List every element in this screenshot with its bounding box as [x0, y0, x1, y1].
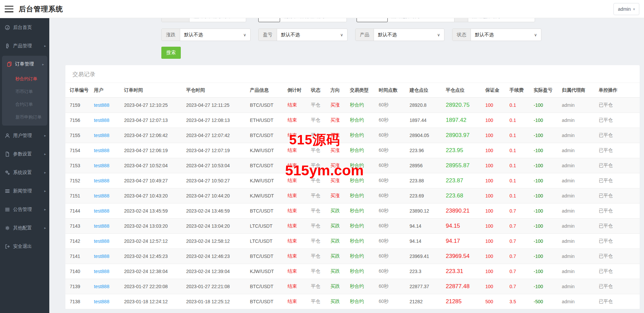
filter-row-3: 搜索 [161, 47, 640, 59]
sidebar-item-orders[interactable]: 订单管理▸ [2, 56, 47, 73]
product-label: 产品 [356, 29, 374, 41]
profit-select[interactable]: 默认不选 ∨ [277, 29, 347, 41]
sidebar-item-label: 后台首页 [13, 25, 46, 31]
profit-filter: 盈亏 默认不选 ∨ [258, 29, 347, 41]
select-caret-icon: ∨ [340, 33, 343, 37]
cell-user: test888 [91, 113, 121, 128]
user-link[interactable]: test888 [94, 193, 109, 198]
cell-countdown: 结束 [284, 279, 308, 294]
chevron-right-icon: ▸ [44, 44, 46, 48]
sidebar-item-notice[interactable]: 公告管理▸ [0, 200, 49, 219]
cell-agent: admin [558, 158, 595, 173]
cell-period: 60秒 [375, 188, 406, 204]
sidebar-subitem-秒合约订单[interactable]: 秒合约订单 [2, 73, 47, 85]
sidebar-item-products[interactable]: 产品管理▸ [0, 37, 49, 55]
cell-trade_type: 秒合约 [346, 264, 375, 279]
cell-open_time: 2023-04-27 10:49:27 [121, 173, 183, 188]
cell-product: KJW/USDT [247, 264, 284, 279]
cell-product: KJW/USDT [247, 143, 284, 158]
cell-fee: 0.1 [506, 143, 530, 158]
user-link[interactable]: test888 [94, 208, 109, 214]
sidebar-item-label: 订单管理 [15, 61, 41, 67]
profit-label: 盈亏 [259, 29, 277, 41]
sidebar-item-system[interactable]: 系统设置▸ [0, 163, 49, 182]
cell-close_price: 28920.75 [442, 98, 482, 113]
cell-product: ETH/USDT [247, 113, 284, 128]
cell-margin: 100 [482, 98, 506, 113]
cell-close_time: 2023-04-27 12:07:42 [183, 128, 247, 143]
search-button[interactable]: 搜索 [161, 47, 181, 59]
cell-status: 平仓 [308, 234, 327, 249]
user-link[interactable]: test888 [94, 178, 109, 183]
user-link[interactable]: test888 [94, 284, 109, 289]
sidebar-submenu-orders: 订单管理▸秒合约订单币币订单合约订单新币申购订单 [2, 56, 47, 126]
user-link[interactable]: test888 [94, 223, 109, 229]
user-link[interactable]: test888 [94, 254, 109, 259]
bitcoin-icon [4, 43, 10, 49]
sidebar-item-users[interactable]: 用户管理▸ [0, 126, 49, 145]
cell-user: test888 [91, 279, 121, 294]
cell-open_time: 2023-04-27 12:06:42 [121, 128, 183, 143]
cell-user: test888 [91, 219, 121, 234]
cell-control: 已平仓 [595, 158, 640, 173]
cell-profit: -500 [530, 294, 558, 309]
cell-user: test888 [91, 173, 121, 188]
sidebar-item-news[interactable]: 新闻管理▸ [0, 182, 49, 200]
cell-countdown: 结束 [284, 234, 308, 249]
cell-margin: 100 [482, 128, 506, 143]
cell-profit: -100 [530, 173, 558, 188]
user-link[interactable]: test888 [94, 148, 109, 153]
cell-countdown: 结束 [284, 219, 308, 234]
cell-open_price: 223.69 [406, 188, 442, 204]
cell-control: 已平仓 [595, 234, 640, 249]
app-title: 后台管理系统 [19, 4, 63, 14]
cell-status: 平仓 [308, 264, 327, 279]
cell-close_price: 1897.42 [442, 113, 482, 128]
cell-order_id: 7143 [65, 219, 91, 234]
cell-order_id: 7138 [65, 294, 91, 309]
status-select[interactable]: 默认不选 ∨ [471, 29, 541, 41]
cell-period: 60秒 [375, 128, 406, 143]
sidebar-item-home[interactable]: 后台首页 [0, 18, 49, 37]
table-row: 7144test8882023-02-24 13:45:592023-02-24… [65, 204, 640, 219]
cell-trade_type: 秒合约 [346, 128, 375, 143]
col-header-product: 产品信息 [247, 83, 284, 98]
cell-fee: 0.7 [506, 279, 530, 294]
sidebar-item-params[interactable]: 参数设置▸ [0, 145, 49, 163]
user-link[interactable]: test888 [94, 299, 109, 304]
sidebar-subitem-币币订单[interactable]: 币币订单 [2, 85, 47, 98]
menu-toggle-icon[interactable] [5, 6, 13, 12]
user-link[interactable]: test888 [94, 238, 109, 244]
user-link[interactable]: test888 [94, 269, 109, 274]
rise-fall-select[interactable]: 默认不选 ∨ [180, 29, 250, 41]
sidebar-item-label: 参数设置 [13, 151, 43, 157]
cell-close_price: 223.87 [442, 173, 482, 188]
user-link[interactable]: test888 [94, 163, 109, 168]
cell-close_price: 23890.21 [442, 204, 482, 219]
cell-period: 60秒 [375, 158, 406, 173]
cell-direction: 买涨 [327, 128, 346, 143]
trade-records-table: 订单编号用户订单时间平仓时间产品信息倒计时状态方向交易类型时间点数建仓点位平仓点… [65, 83, 640, 309]
product-select[interactable]: 默认不选 ∨ [374, 29, 444, 41]
cell-open_price: 23890.12 [406, 204, 442, 219]
cell-control: 已平仓 [595, 294, 640, 309]
sidebar-subitem-合约订单[interactable]: 合约订单 [2, 98, 47, 111]
user-link[interactable]: test888 [94, 133, 109, 138]
cell-profit: -100 [530, 264, 558, 279]
cell-open_time: 2023-02-24 12:38:04 [121, 264, 183, 279]
cell-margin: 100 [482, 158, 506, 173]
cell-control: 已平仓 [595, 98, 640, 113]
chevron-right-icon: ▸ [44, 134, 46, 137]
user-menu-button[interactable]: admin ▾ [613, 3, 639, 15]
sidebar-item-other[interactable]: 其他配置▸ [0, 219, 49, 237]
user-link[interactable]: test888 [94, 118, 109, 123]
cell-direction: 买跌 [327, 249, 346, 264]
cell-close_time: 2023-02-24 13:04:20 [183, 219, 247, 234]
cell-margin: 100 [482, 264, 506, 279]
cell-direction: 买涨 [327, 143, 346, 158]
sidebar-subitem-新币申购订单[interactable]: 新币申购订单 [2, 111, 47, 124]
cell-product: BTC/USDT [247, 158, 284, 173]
user-link[interactable]: test888 [94, 102, 109, 108]
col-header-control: 单控操作 [595, 83, 640, 98]
sidebar-item-logout[interactable]: 安全退出 [0, 237, 49, 256]
